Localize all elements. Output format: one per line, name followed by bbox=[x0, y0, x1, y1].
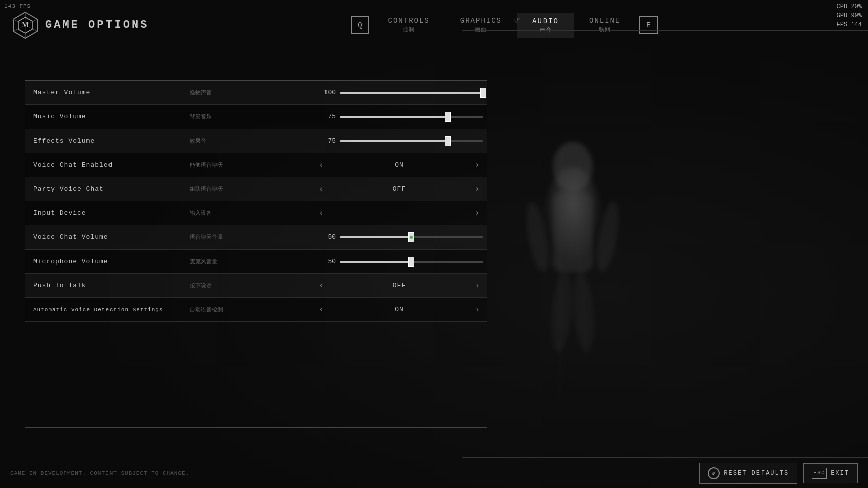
microphone-volume-sublabel: 麦克风音量 bbox=[186, 258, 311, 265]
master-volume-label: Master Volume bbox=[25, 89, 186, 96]
reset-defaults-label: RESET DEFAULTS bbox=[724, 470, 789, 477]
tab-controls-label: CONTROLS bbox=[388, 17, 430, 25]
header: M GAME OPTIONS Q CONTROLS 控制 GRAPHICS 画面… bbox=[0, 0, 868, 50]
microphone-volume-label: Microphone Volume bbox=[25, 258, 186, 265]
setting-row-input-device: Input Device 输入设备 ‹ › bbox=[25, 201, 487, 225]
tab-graphics-label: GRAPHICS bbox=[460, 17, 502, 25]
party-voice-chat-sublabel: 组队语音聊天 bbox=[186, 185, 311, 193]
game-options-title: GAME OPTIONS bbox=[45, 19, 149, 31]
setting-row-party-voice-chat: Party Voice Chat 组队语音聊天 ‹ OFF › bbox=[25, 177, 487, 201]
setting-row-master-volume: Master Volume 怪物声音 100 bbox=[25, 81, 487, 105]
voice-chat-volume-sublabel: 语音聊天音量 bbox=[186, 233, 311, 241]
effects-volume-value: 75 bbox=[315, 137, 336, 145]
nav-tabs: Q CONTROLS 控制 GRAPHICS 画面 AUDIO 声音 ONLIN… bbox=[151, 13, 858, 38]
ghost-decoration bbox=[497, 127, 648, 428]
effects-volume-sublabel: 效果音 bbox=[186, 137, 311, 145]
logo-area: M GAME OPTIONS bbox=[10, 10, 151, 40]
footer-buttons: ↺ RESET DEFAULTS Esc EXIT bbox=[699, 463, 858, 484]
tab-online-sub: 联网 bbox=[599, 26, 611, 33]
push-to-talk-label: Push To Talk bbox=[25, 282, 186, 289]
microphone-volume-value: 50 bbox=[315, 258, 336, 265]
tab-online-label: ONLINE bbox=[589, 17, 620, 25]
voice-chat-enabled-control[interactable]: ‹ ON › bbox=[311, 159, 487, 171]
svg-text:M: M bbox=[22, 21, 28, 29]
tab-online[interactable]: ONLINE 联网 bbox=[574, 13, 635, 37]
input-device-label: Input Device bbox=[25, 209, 186, 217]
voice-chat-enabled-label: Voice Chat Enabled bbox=[25, 161, 186, 169]
main-content: Master Volume 怪物声音 100 Music Volume 背景音乐… bbox=[0, 50, 868, 458]
reset-defaults-button[interactable]: ↺ RESET DEFAULTS bbox=[699, 463, 797, 484]
master-volume-track[interactable] bbox=[340, 92, 483, 94]
party-voice-chat-prev[interactable]: ‹ bbox=[315, 183, 328, 195]
master-volume-sublabel: 怪物声音 bbox=[186, 89, 311, 96]
push-to-talk-sublabel: 按下说话 bbox=[186, 282, 311, 289]
party-voice-chat-label: Party Voice Chat bbox=[25, 185, 186, 193]
voice-chat-volume-track[interactable] bbox=[340, 236, 483, 238]
input-device-control[interactable]: ‹ › bbox=[311, 207, 487, 219]
party-voice-chat-next[interactable]: › bbox=[471, 183, 483, 195]
dev-notice: GAME IN DEVELOPMENT. CONTENT SUBJECT TO … bbox=[10, 470, 189, 476]
setting-row-push-to-talk: Push To Talk 按下说话 ‹ OFF › bbox=[25, 274, 487, 298]
right-panel bbox=[487, 50, 868, 458]
effects-volume-track[interactable] bbox=[340, 140, 483, 142]
voice-chat-enabled-value: ON bbox=[395, 161, 404, 169]
music-volume-label: Music Volume bbox=[25, 113, 186, 120]
party-voice-chat-control[interactable]: ‹ OFF › bbox=[311, 183, 487, 195]
input-device-next[interactable]: › bbox=[471, 207, 483, 219]
effects-volume-control[interactable]: 75 bbox=[311, 137, 487, 145]
tab-audio-sub: 声音 bbox=[539, 26, 552, 34]
reset-icon: ↺ bbox=[708, 467, 720, 479]
setting-row-voice-chat-enabled: Voice Chat Enabled 能够语音聊天 ‹ ON › bbox=[25, 153, 487, 177]
setting-row-music-volume: Music Volume 背景音乐 75 bbox=[25, 105, 487, 129]
exit-label: EXIT bbox=[831, 470, 849, 477]
tab-audio[interactable]: AUDIO 声音 bbox=[517, 13, 574, 38]
push-to-talk-prev[interactable]: ‹ bbox=[315, 280, 328, 292]
e-key[interactable]: E bbox=[639, 16, 658, 34]
logo-icon: M bbox=[10, 10, 40, 40]
push-to-talk-control[interactable]: ‹ OFF › bbox=[311, 280, 487, 292]
voice-chat-volume-value: 50 bbox=[315, 233, 336, 241]
settings-panel: Master Volume 怪物声音 100 Music Volume 背景音乐… bbox=[25, 80, 487, 428]
auto-voice-detect-control[interactable]: ‹ ON › bbox=[311, 304, 487, 316]
voice-chat-enabled-sublabel: 能够语音聊天 bbox=[186, 161, 311, 169]
effects-volume-label: Effects Volume bbox=[25, 137, 186, 145]
auto-voice-detect-sublabel: 自动语音检测 bbox=[186, 306, 311, 313]
auto-voice-detect-label: Automatic Voice Detection Settings bbox=[25, 307, 186, 313]
voice-chat-enabled-next[interactable]: › bbox=[471, 159, 483, 171]
setting-row-microphone-volume: Microphone Volume 麦克风音量 50 bbox=[25, 250, 487, 274]
microphone-volume-control[interactable]: 50 bbox=[311, 258, 487, 265]
master-volume-control[interactable]: 100 bbox=[311, 89, 487, 96]
input-device-sublabel: 输入设备 bbox=[186, 209, 311, 217]
tab-graphics-sub: 画面 bbox=[475, 26, 487, 33]
esc-key: Esc bbox=[812, 468, 827, 479]
voice-chat-volume-control[interactable]: 50 bbox=[311, 233, 487, 241]
master-volume-value: 100 bbox=[315, 89, 336, 96]
voice-chat-enabled-prev[interactable]: ‹ bbox=[315, 159, 328, 171]
push-to-talk-value: OFF bbox=[393, 282, 406, 289]
music-volume-value: 75 bbox=[315, 113, 336, 120]
footer: GAME IN DEVELOPMENT. CONTENT SUBJECT TO … bbox=[0, 458, 868, 488]
tab-graphics[interactable]: GRAPHICS 画面 bbox=[445, 13, 517, 37]
microphone-volume-track[interactable] bbox=[340, 261, 483, 263]
auto-voice-detect-prev[interactable]: ‹ bbox=[315, 304, 328, 316]
tab-controls[interactable]: CONTROLS 控制 bbox=[373, 13, 445, 37]
push-to-talk-next[interactable]: › bbox=[471, 280, 483, 292]
setting-row-voice-chat-volume: Voice Chat Volume 语音聊天音量 50 bbox=[25, 225, 487, 250]
party-voice-chat-value: OFF bbox=[393, 185, 406, 193]
svg-point-7 bbox=[553, 142, 593, 192]
voice-chat-volume-label: Voice Chat Volume bbox=[25, 233, 186, 241]
svg-rect-8 bbox=[553, 192, 593, 272]
exit-button[interactable]: Esc EXIT bbox=[803, 463, 858, 483]
auto-voice-detect-next[interactable]: › bbox=[471, 304, 483, 316]
q-key[interactable]: Q bbox=[351, 16, 369, 34]
tab-controls-sub: 控制 bbox=[403, 26, 415, 33]
tab-audio-label: AUDIO bbox=[532, 17, 559, 25]
music-volume-control[interactable]: 75 bbox=[311, 113, 487, 120]
setting-row-auto-voice-detect: Automatic Voice Detection Settings 自动语音检… bbox=[25, 298, 487, 322]
setting-row-effects-volume: Effects Volume 效果音 75 bbox=[25, 129, 487, 153]
auto-voice-detect-value: ON bbox=[395, 306, 404, 313]
music-volume-sublabel: 背景音乐 bbox=[186, 113, 311, 120]
input-device-prev[interactable]: ‹ bbox=[315, 207, 328, 219]
music-volume-track[interactable] bbox=[340, 116, 483, 118]
right-line-top bbox=[462, 30, 868, 31]
